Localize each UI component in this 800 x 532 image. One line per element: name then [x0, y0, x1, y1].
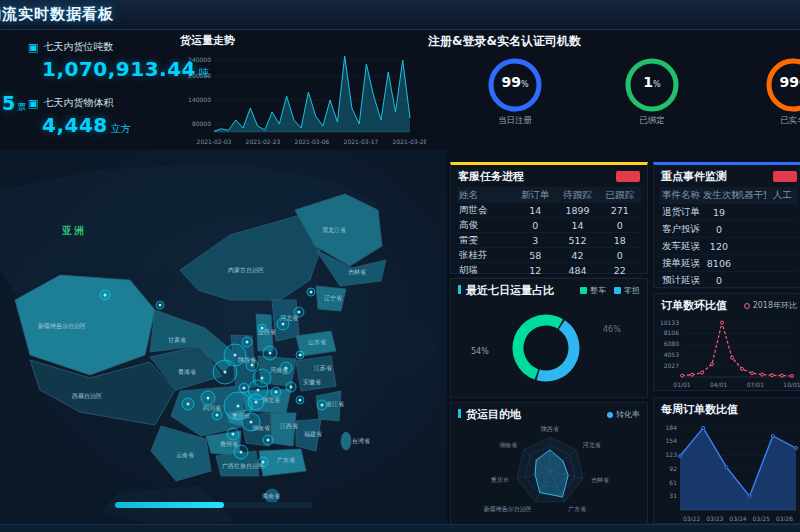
cell: 8106	[703, 258, 735, 269]
driver-ring: 1%已绑定	[617, 57, 687, 151]
china-map[interactable]: 新疆维吾尔自治区西藏自治区青海省甘肃省内蒙古自治区黑龙江省吉林省辽宁省河北省山西…	[0, 150, 447, 524]
svg-text:123: 123	[666, 451, 678, 458]
donut-label: 54%	[471, 347, 489, 356]
column-header: 待跟踪	[556, 189, 598, 202]
cell: 胡瑞	[457, 264, 514, 277]
column-header: 已跟踪	[599, 189, 641, 202]
cell: 1899	[556, 205, 598, 216]
column-header: 人工	[766, 189, 798, 202]
svg-text:云南省: 云南省	[176, 451, 194, 459]
svg-text:海南省: 海南省	[262, 492, 280, 500]
cell: 客户投诉	[660, 223, 703, 236]
cell: 14	[556, 220, 598, 231]
panel-title: 重点事件监测	[661, 169, 727, 184]
svg-text:青海省: 青海省	[178, 368, 196, 376]
cell: 14	[514, 205, 556, 216]
panel-title: 最近七日运量占比	[458, 283, 554, 298]
legend-label: 整车	[590, 285, 606, 296]
svg-text:台湾省: 台湾省	[352, 437, 370, 445]
cell: 发车延误	[660, 240, 703, 253]
freight-trend-panel: 货运量走势 800001400002000002400002021-02-032…	[180, 33, 426, 149]
svg-text:重庆市: 重庆市	[490, 476, 509, 483]
cube-icon: ▣	[28, 42, 38, 53]
cell: 18	[599, 235, 641, 246]
table-row: 退货订单19	[660, 204, 798, 221]
svg-text:甘肃省: 甘肃省	[168, 336, 186, 344]
cell: 271	[599, 205, 641, 216]
svg-text:安徽省: 安徽省	[303, 378, 321, 386]
table-row: 预计延误0	[660, 272, 798, 289]
chart-legend: 整车 零担	[580, 285, 640, 296]
service-tasks-table: 姓名新订单待跟踪已跟踪周世会141899271高俊0140雷雯351218张桂芬…	[451, 187, 647, 278]
logistics-dashboard: 物流实时数据看板 5票 ▣ 七天内货位吨数 1,070,913.44吨 ▣ 七天…	[0, 0, 800, 532]
svg-text:湖北省: 湖北省	[262, 396, 280, 404]
svg-text:广东省: 广东省	[277, 456, 295, 464]
svg-text:贵州省: 贵州省	[220, 440, 238, 448]
svg-text:江西省: 江西省	[280, 422, 298, 430]
table-row: 客户投诉0	[660, 221, 798, 238]
svg-text:03/23: 03/23	[706, 515, 723, 522]
legend-item[interactable]: 2018年环比	[744, 300, 797, 311]
svg-text:江苏省: 江苏省	[314, 364, 332, 372]
svg-text:6080: 6080	[664, 340, 679, 347]
table-row: 胡瑞1248422	[457, 263, 641, 278]
panel-title: 客服任务进程	[458, 169, 524, 184]
svg-text:2021-02-23: 2021-02-23	[246, 138, 281, 145]
svg-text:04/01: 04/01	[710, 381, 727, 388]
svg-text:240000: 240000	[188, 56, 211, 63]
key-events-table: 事件名称发生次数机器干预人工退货订单19客户投诉0发车延误120接单延误8106…	[654, 187, 800, 289]
alert-badge[interactable]	[616, 171, 640, 182]
svg-text:河南省: 河南省	[270, 366, 288, 374]
svg-text:河北省: 河北省	[583, 441, 601, 449]
cell: 0	[599, 220, 641, 231]
stat-label: 七天内货位吨数	[43, 40, 113, 54]
alert-badge[interactable]	[773, 171, 797, 182]
legend-swatch-icon	[614, 287, 621, 294]
donut-label: 46%	[603, 325, 621, 334]
svg-text:07/01: 07/01	[747, 381, 764, 388]
volume-share-donut	[498, 303, 594, 393]
svg-text:03/22: 03/22	[683, 515, 700, 522]
legend-ring-icon	[744, 303, 750, 309]
stat-value: 1,070,913.44	[42, 57, 196, 81]
china-map-panel[interactable]: 新疆维吾尔自治区西藏自治区青海省甘肃省内蒙古自治区黑龙江省吉林省辽宁省河北省山西…	[0, 150, 447, 524]
panel-title: 注册&登录&实名认证司机数	[428, 33, 800, 50]
timeline-slider[interactable]	[115, 502, 313, 508]
svg-text:03/26: 03/26	[776, 515, 793, 522]
legend-item[interactable]: 零担	[614, 285, 640, 296]
svg-text:03/25: 03/25	[753, 515, 770, 522]
cell: 预计延误	[660, 274, 703, 287]
key-events-panel: 重点事件监测 事件名称发生次数机器干预人工退货订单19客户投诉0发车延误120接…	[653, 162, 800, 288]
weekly-orders-panel: 每周订单数比值 31619212315418403/2203/2303/2403…	[653, 397, 800, 524]
driver-ring: 99%已实名	[758, 57, 800, 151]
svg-text:新疆维吾尔自治区: 新疆维吾尔自治区	[484, 505, 532, 513]
driver-ring: 99%当日注册	[480, 57, 550, 151]
destinations-radar: 陕西省河北省吉林省广东省新疆维吾尔自治区重庆市湖南省	[451, 421, 649, 525]
service-tasks-panel: 客服任务进程 姓名新订单待跟踪已跟踪周世会141899271高俊0140雷雯35…	[450, 162, 648, 274]
legend-dot-icon	[607, 412, 613, 418]
stat-volume: ▣ 七天内货物体积 4,448立方	[28, 96, 131, 137]
cell: 高俊	[457, 219, 514, 232]
legend-item[interactable]: 整车	[580, 285, 606, 296]
cell: 120	[703, 241, 735, 252]
svg-text:四川省: 四川省	[203, 404, 221, 412]
svg-text:184: 184	[666, 424, 678, 431]
svg-text:新疆维吾尔自治区: 新疆维吾尔自治区	[38, 322, 86, 330]
header-bar: 物流实时数据看板	[0, 0, 800, 30]
cell: 接单延误	[660, 257, 703, 270]
legend-item[interactable]: 转化率	[607, 409, 640, 420]
svg-text:10133: 10133	[660, 319, 679, 326]
edge-stat: 5票	[2, 92, 26, 114]
svg-text:2021-03-06: 2021-03-06	[295, 138, 330, 145]
ring-value: 99%	[480, 74, 550, 90]
svg-text:92: 92	[669, 465, 677, 472]
svg-text:2027: 2027	[664, 362, 679, 369]
volume-share-panel: 最近七日运量占比 整车 零担 54% 46%	[450, 278, 648, 398]
legend-label: 2018年环比	[753, 300, 797, 311]
column-header: 姓名	[457, 189, 514, 202]
order-ratio-panel: 订单数环比值 2018年环比 20274053608081061013301/0…	[653, 293, 800, 391]
column-header: 事件名称	[660, 189, 703, 202]
destinations-panel: 货运目的地 转化率 陕西省河北省吉林省广东省新疆维吾尔自治区重庆市湖南省	[450, 402, 648, 525]
cell: 雷雯	[457, 234, 514, 247]
ring-label: 已实名	[758, 115, 800, 127]
